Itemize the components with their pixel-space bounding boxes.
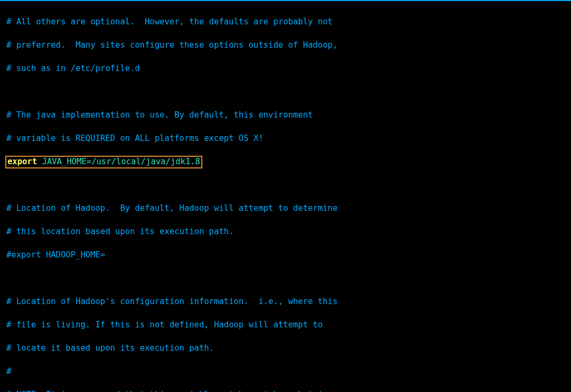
comment-line: # [6,366,568,377]
export-java-home-line: export JAVA_HOME=/usr/local/java/jdk1.8 [6,156,568,167]
blank-line [6,86,568,97]
java-home-value: JAVA_HOME=/usr/local/java/jdk1.8 [37,157,200,166]
comment-line: # Location of Hadoop. By default, Hadoop… [6,202,568,214]
terminal-viewport[interactable]: # All others are optional. However, the … [0,0,571,392]
comment-line: # variable is REQUIRED on ALL platforms … [6,132,568,144]
blank-line [6,179,568,191]
export-keyword: export [7,157,37,166]
comment-line: # locate it based upon its execution pat… [6,342,568,354]
comment-line: # this location based upon its execution… [6,226,568,237]
comment-line: # file is living. If this is not defined… [6,319,568,331]
comment-line: # preferred. Many sites configure these … [6,39,568,51]
comment-line: # Location of Hadoop's configuration inf… [6,296,568,307]
comment-line: #export HADOOP_HOME= [6,249,568,261]
comment-line: # such as in /etc/profile.d [6,63,568,74]
comment-line: # All others are optional. However, the … [6,16,568,28]
comment-line: # The java implementation to use. By def… [6,109,568,121]
blank-line [6,272,568,284]
comment-line: # NOTE: It is recommend that this variab… [6,389,568,392]
highlight-box-java-home: export JAVA_HOME=/usr/local/java/jdk1.8 [5,156,202,168]
